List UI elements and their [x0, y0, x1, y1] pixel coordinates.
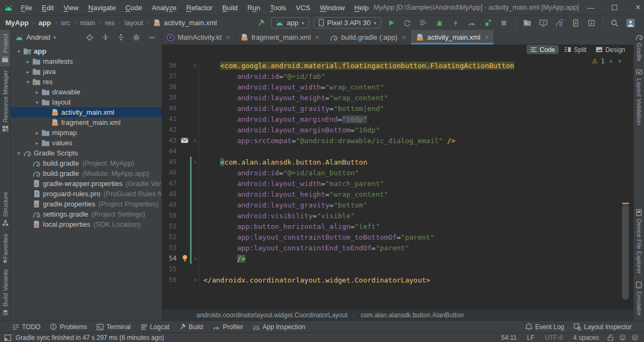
build-project-button[interactable] — [255, 17, 267, 29]
tool-strip-tab-device-file-explorer[interactable]: Device File Explorer — [634, 205, 644, 278]
code-line-43[interactable]: 43∧ app:srcCompat="@android:drawable/ic_… — [162, 135, 633, 146]
tool-strip-tab-gradle[interactable]: Gradle — [634, 30, 644, 65]
menu-item-analyze[interactable]: Analyze — [147, 3, 181, 13]
menu-item-refactor[interactable]: Refactor — [181, 3, 217, 13]
tool-strip-tab-project[interactable]: Project — [0, 30, 10, 66]
code-line-46[interactable]: 46 android:id="@+id/alan_button" — [162, 167, 633, 178]
code-line-40[interactable]: 40 android:layout_gravity="bottom|end" — [162, 103, 633, 114]
tool-strip-tab-layout-validation[interactable]: Layout Validation — [634, 65, 644, 129]
code-line-44[interactable]: 44 — [162, 146, 633, 157]
indent-style[interactable]: 4 spaces — [569, 334, 603, 341]
editor-tab-mainactivity-kt[interactable]: KMainActivity.kt× — [162, 30, 236, 44]
tab-close-icon[interactable]: × — [226, 33, 230, 41]
tool-window-toggle-icon[interactable] — [4, 334, 11, 341]
fold-down-icon[interactable]: ∨ — [192, 60, 199, 71]
editor-tab-build-gradle-app[interactable]: build.gradle (:app)× — [325, 30, 411, 44]
tree-item-manifests[interactable]: ▸manifests — [11, 56, 162, 66]
code-line-50[interactable]: 50 android:visibility="visible" — [162, 210, 633, 221]
tool-window-button-logcat[interactable]: Logcat — [136, 321, 174, 333]
code-line-36[interactable]: 36∨ <com.google.android.material.floatin… — [162, 60, 633, 71]
fold-down-icon[interactable]: ∨ — [192, 157, 199, 167]
profiler-button[interactable] — [466, 17, 478, 29]
code-line-38[interactable]: 38 android:layout_width="wrap_content" — [162, 81, 633, 92]
search-everywhere-button[interactable] — [609, 17, 620, 29]
code-line-47[interactable]: 47 android:layout_width="match_parent" — [162, 178, 633, 189]
breadcrumb-myapp[interactable]: MyApp — [5, 19, 28, 27]
tree-chevron-closed-icon[interactable]: ▸ — [24, 59, 32, 64]
fold-up-icon[interactable]: ∧ — [192, 274, 199, 285]
tool-strip-tab-emulator[interactable]: Emulator — [634, 278, 644, 319]
tool-window-button-build[interactable]: Build — [174, 321, 208, 333]
code-line-45[interactable]: 45∨ <com.alan.alansdk.button.AlanButton — [162, 157, 633, 167]
locate-button[interactable] — [85, 33, 94, 42]
tree-chevron-open-icon[interactable]: ▾ — [15, 49, 23, 54]
line-separator[interactable]: LF — [523, 334, 538, 341]
tool-window-button-layout-inspector[interactable]: Layout Inspector — [569, 321, 636, 333]
user-avatar-button[interactable] — [625, 17, 636, 29]
bulb-icon[interactable] — [182, 255, 188, 262]
tree-item-gradle-wrapper-properties-gradle-version[interactable]: gradle-wrapper.properties(Gradle Version… — [11, 179, 162, 189]
caret-position[interactable]: 54:11 — [497, 334, 521, 341]
tool-strip-tab-resource-manager[interactable]: Resource Manager — [0, 66, 10, 136]
menu-item-navigate[interactable]: Navigate — [83, 3, 120, 13]
apply-code-changes-button[interactable] — [450, 17, 462, 29]
tree-chevron-open-icon[interactable]: ▾ — [15, 151, 23, 156]
tree-item-fragment-main-xml[interactable]: </>fragment_main.xml — [11, 117, 162, 128]
tree-item-values[interactable]: ▸values — [11, 138, 162, 148]
code-line-39[interactable]: 39 android:layout_height="wrap_content" — [162, 92, 633, 103]
tab-close-icon[interactable]: × — [485, 33, 489, 41]
next-warning-button[interactable]: ∨ — [617, 58, 623, 64]
tool-window-button-todo[interactable]: TODO — [8, 321, 45, 333]
menu-item-run[interactable]: Run — [243, 3, 265, 13]
breadcrumb-layout[interactable]: layout — [125, 19, 143, 27]
debug-button[interactable] — [434, 17, 445, 29]
expand-all-button[interactable] — [100, 33, 110, 42]
lock-open-icon[interactable] — [605, 332, 615, 342]
menu-item-edit[interactable]: Edit — [37, 3, 58, 13]
tab-close-icon[interactable]: × — [315, 33, 319, 41]
editor-tab-fragment-main-xml[interactable]: </>fragment_main.xml× — [236, 30, 325, 44]
code-line-54[interactable]: 54∧ /> — [162, 253, 633, 264]
tree-item-java[interactable]: ▸java — [11, 66, 162, 77]
tree-item-drawable[interactable]: ▸drawable — [11, 87, 162, 97]
stop-button[interactable] — [498, 17, 510, 29]
breadcrumb-app[interactable]: app — [39, 19, 51, 27]
fold-up-icon[interactable]: ∧ — [192, 135, 199, 146]
tree-item-settings-gradle-project-settings[interactable]: settings.gradle(Project Settings) — [11, 209, 162, 219]
tool-window-button-terminal[interactable]: Terminal — [92, 321, 135, 333]
mail-icon[interactable] — [181, 138, 188, 143]
device-select[interactable]: Pixel 3 API 30▾ — [313, 17, 381, 28]
fold-up-icon[interactable]: ∧ — [192, 253, 199, 264]
tree-item-build-gradle-project-myapp[interactable]: build.gradle(Project: MyApp) — [11, 158, 162, 168]
tool-window-button-event-log[interactable]: Event Log — [521, 321, 569, 333]
file-encoding[interactable]: UTF-8 — [541, 334, 567, 341]
device-mirror-button[interactable] — [569, 17, 581, 29]
tab-close-icon[interactable]: × — [402, 33, 406, 41]
tree-item-layout[interactable]: ▾layout — [11, 97, 162, 107]
menu-item-vcs[interactable]: VCS — [291, 3, 315, 13]
tool-window-button-app-inspection[interactable]: App Inspection — [248, 321, 310, 333]
maximize-button[interactable] — [603, 0, 626, 15]
device-manager-button[interactable] — [521, 17, 533, 29]
code-line-37[interactable]: 37 android:id="@+id/fab" — [162, 71, 633, 81]
tool-window-button-profiler[interactable]: Profiler — [208, 321, 248, 333]
sdk-manager-button[interactable] — [586, 17, 597, 29]
sync-gradle-button[interactable] — [553, 17, 565, 29]
tree-item-gradle-scripts[interactable]: ▾Gradle Scripts — [11, 148, 162, 158]
editor-breadcrumb-1[interactable]: com.alan.alansdk.button.AlanButton — [361, 311, 464, 319]
tree-chevron-closed-icon[interactable]: ▸ — [24, 69, 32, 75]
menu-item-help[interactable]: Help — [349, 3, 374, 13]
frowny-icon[interactable]: ☹ — [630, 332, 640, 342]
tree-chevron-closed-icon[interactable]: ▸ — [33, 90, 41, 95]
mode-code-button[interactable]: Code — [526, 45, 559, 54]
code-line-49[interactable]: 49 android:layout_gravity="bottom" — [162, 199, 633, 210]
menu-item-window[interactable]: Window — [315, 3, 349, 13]
project-view-selector[interactable]: Android — [26, 33, 50, 41]
apply-changes-button[interactable] — [401, 17, 413, 29]
settings-gear-button[interactable] — [131, 33, 141, 42]
tree-chevron-closed-icon[interactable]: ▸ — [33, 140, 41, 146]
editor-tab-activity-main-xml[interactable]: </>activity_main.xml× — [411, 30, 494, 44]
collapse-all-button[interactable] — [116, 33, 126, 42]
breadcrumb-main[interactable]: main — [80, 19, 95, 27]
minimize-button[interactable]: — — [579, 0, 603, 15]
